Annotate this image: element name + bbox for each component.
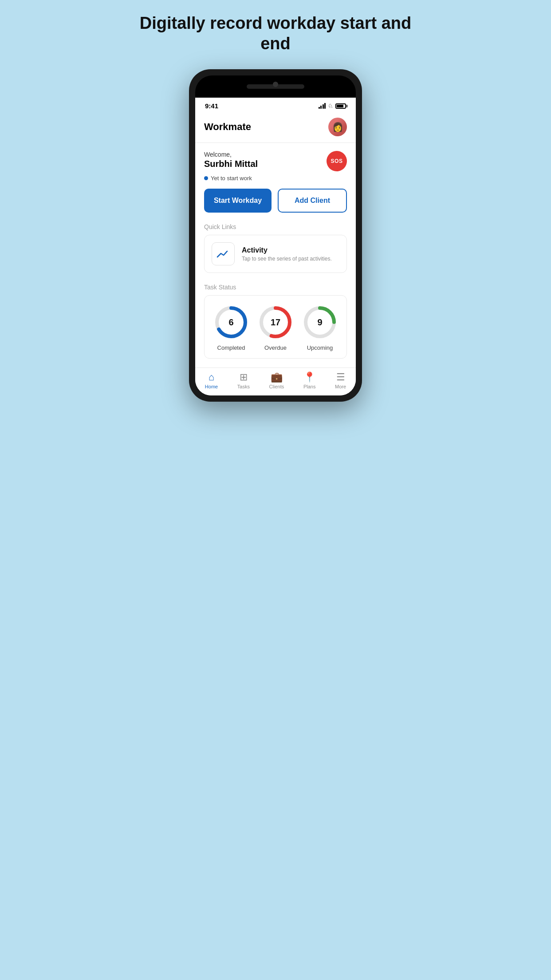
status-text: Yet to start work (211, 175, 252, 182)
app-header: Workmate 👩 (195, 112, 356, 143)
plans-icon: 📍 (303, 372, 315, 382)
app-name: Workmate (204, 121, 251, 133)
completed-donut: 6 (213, 304, 249, 340)
upcoming-label: Upcoming (307, 344, 333, 351)
activity-icon-box (212, 242, 235, 265)
avatar[interactable]: 👩 (328, 118, 347, 136)
home-icon: ⌂ (209, 372, 214, 382)
activity-chart-icon (216, 249, 230, 259)
action-buttons: Start Workday Add Client (195, 189, 356, 221)
add-client-button[interactable]: Add Client (278, 189, 347, 213)
task-status-card: 6 Completed 17 Overdue (204, 295, 347, 359)
overdue-stat: 17 Overdue (258, 304, 293, 351)
overdue-label: Overdue (264, 344, 287, 351)
nav-home[interactable]: ⌂ Home (205, 372, 218, 389)
wifi-icon: ♘ (328, 103, 333, 109)
status-bar: 9:41 ♘ (195, 98, 356, 112)
nav-more-label: More (335, 384, 346, 389)
nav-plans-label: Plans (303, 384, 316, 389)
upcoming-stat: 9 Upcoming (302, 304, 338, 351)
completed-label: Completed (217, 344, 245, 351)
nav-home-label: Home (205, 384, 218, 389)
completed-number: 6 (228, 317, 233, 328)
nav-tasks[interactable]: ⊞ Tasks (237, 372, 250, 389)
phone-notch-area (195, 75, 356, 98)
nav-more[interactable]: ☰ More (335, 372, 346, 389)
page-title: Digitally record workday start and end (138, 13, 413, 54)
signal-icon (319, 103, 326, 109)
activity-card[interactable]: Activity Tap to see the series of past a… (204, 235, 347, 273)
activity-subtitle: Tap to see the series of past activities… (242, 256, 332, 262)
task-status-label: Task Status (195, 281, 356, 295)
nav-tasks-label: Tasks (237, 384, 250, 389)
quick-links-label: Quick Links (195, 221, 356, 235)
more-icon: ☰ (336, 372, 345, 382)
status-icons: ♘ (319, 103, 346, 109)
upcoming-number: 9 (317, 317, 322, 328)
start-workday-button[interactable]: Start Workday (204, 189, 272, 213)
welcome-text-block: Welcome, Surbhi Mittal (204, 151, 258, 169)
completed-stat: 6 Completed (213, 304, 249, 351)
welcome-section: Welcome, Surbhi Mittal SOS Yet to start … (195, 143, 356, 189)
nav-clients[interactable]: 💼 Clients (269, 372, 284, 389)
status-dot (204, 176, 208, 180)
sos-button[interactable]: SOS (327, 151, 347, 171)
nav-clients-label: Clients (269, 384, 284, 389)
phone-screen: 9:41 ♘ Workmate 👩 (195, 98, 356, 395)
welcome-row: Welcome, Surbhi Mittal SOS (204, 151, 347, 171)
nav-plans[interactable]: 📍 Plans (303, 372, 316, 389)
status-time: 9:41 (205, 102, 218, 110)
clients-icon: 💼 (271, 372, 283, 382)
phone-frame: 9:41 ♘ Workmate 👩 (189, 69, 362, 402)
overdue-number: 17 (271, 317, 280, 328)
bottom-nav: ⌂ Home ⊞ Tasks 💼 Clients 📍 Plans ☰ More (195, 368, 356, 395)
upcoming-donut: 9 (302, 304, 338, 340)
overdue-donut: 17 (258, 304, 293, 340)
user-name: Surbhi Mittal (204, 159, 258, 169)
activity-title: Activity (242, 246, 332, 254)
battery-icon (335, 103, 346, 109)
work-status: Yet to start work (204, 175, 347, 182)
greeting-text: Welcome, (204, 151, 258, 158)
activity-text: Activity Tap to see the series of past a… (242, 246, 332, 262)
tasks-icon: ⊞ (240, 372, 248, 382)
